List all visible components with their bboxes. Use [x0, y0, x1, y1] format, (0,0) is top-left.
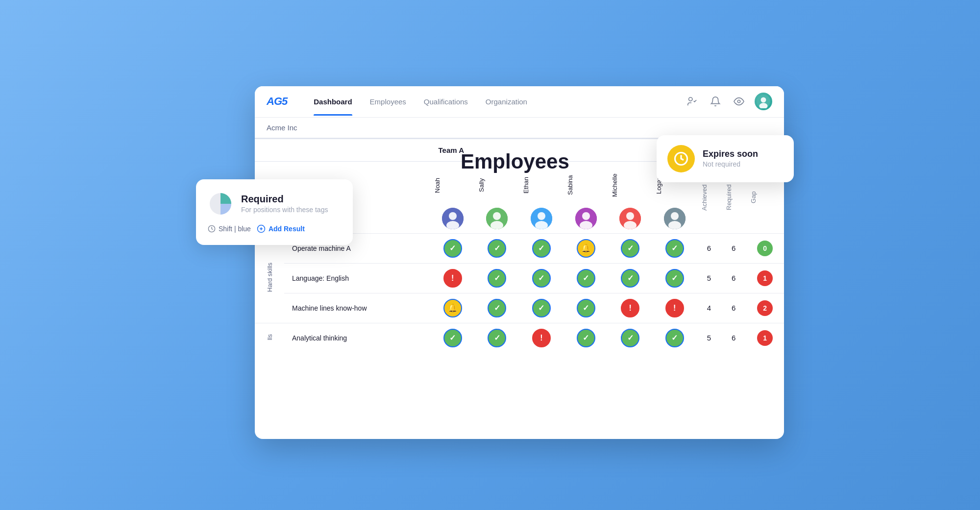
- svg-point-1: [737, 100, 740, 103]
- employees-page-title: Employees: [461, 150, 569, 173]
- user-switch-icon[interactable]: [684, 94, 700, 109]
- navbar: AG5 Dashboard Employees Qualifications O…: [255, 86, 784, 118]
- skill-name-machine-lines: Machine lines know-how: [284, 293, 431, 323]
- achieved-language: 5: [697, 263, 721, 293]
- logo[interactable]: AG5: [267, 95, 287, 108]
- achieved-operate: 6: [697, 233, 721, 263]
- status-sabina-operate[interactable]: 🔔: [564, 233, 608, 263]
- nav-link-organization[interactable]: Organization: [477, 88, 536, 116]
- required-machine: 6: [721, 293, 746, 323]
- status-logan-analytical[interactable]: ✓: [652, 323, 697, 353]
- employee-name-noah: Noah: [434, 166, 441, 205]
- required-operate: 6: [721, 233, 746, 263]
- gap-operate: 0: [746, 233, 784, 263]
- eye-icon[interactable]: [731, 94, 747, 109]
- svg-point-15: [582, 212, 590, 220]
- clock-icon: [667, 145, 695, 172]
- avatar-sally: [486, 208, 508, 229]
- nav-links: Dashboard Employees Qualifications Organ…: [305, 88, 684, 116]
- bell-icon[interactable]: [708, 94, 723, 109]
- status-noah-language[interactable]: !: [431, 263, 475, 293]
- svg-point-18: [626, 212, 634, 220]
- status-noah-analytical[interactable]: ✓: [431, 323, 475, 353]
- status-noah-machine[interactable]: 🔔: [431, 293, 475, 323]
- gap-machine: 2: [746, 293, 784, 323]
- expires-subtitle: Not required: [703, 160, 758, 168]
- nav-link-employees[interactable]: Employees: [361, 88, 415, 116]
- status-logan-operate[interactable]: ✓: [652, 233, 697, 263]
- table-row: Machine lines know-how 🔔 ✓ ✓ ✓: [255, 293, 784, 323]
- status-michelle-analytical[interactable]: ✓: [608, 323, 653, 353]
- svg-point-0: [689, 97, 692, 101]
- status-ethan-analytical[interactable]: !: [519, 323, 564, 353]
- required-card-header: Required For positions with these tags: [208, 191, 341, 217]
- achieved-machine: 4: [697, 293, 721, 323]
- required-card-text: Required For positions with these tags: [241, 194, 328, 214]
- achieved-analytical: 5: [697, 323, 721, 353]
- required-tags: Shift | blue Add Result: [208, 224, 341, 233]
- svg-point-12: [538, 212, 545, 220]
- required-title: Required: [241, 194, 328, 205]
- employee-name-michelle: Michelle: [611, 166, 618, 205]
- status-sabina-machine[interactable]: ✓: [564, 293, 608, 323]
- pie-chart-icon: [208, 191, 233, 217]
- status-ethan-machine[interactable]: ✓: [519, 293, 564, 323]
- nav-link-qualifications[interactable]: Qualifications: [415, 88, 477, 116]
- avatar-logan: [664, 208, 686, 229]
- status-sally-operate[interactable]: ✓: [475, 233, 519, 263]
- add-result-button[interactable]: Add Result: [257, 224, 305, 233]
- avatar-sabina: [575, 208, 597, 229]
- status-michelle-operate[interactable]: ✓: [608, 233, 653, 263]
- tag-shift-blue: Shift | blue: [208, 225, 251, 233]
- category-hard-skills: Hard skills: [255, 233, 284, 323]
- status-sally-language[interactable]: ✓: [475, 263, 519, 293]
- required-language: 6: [721, 263, 746, 293]
- svg-point-6: [449, 212, 457, 220]
- status-ethan-language[interactable]: ✓: [519, 263, 564, 293]
- gap-analytical: 1: [746, 323, 784, 353]
- status-michelle-machine[interactable]: !: [608, 293, 653, 323]
- avatar-michelle: [619, 208, 641, 229]
- status-sally-machine[interactable]: ✓: [475, 293, 519, 323]
- svg-point-9: [493, 212, 501, 220]
- status-ethan-operate[interactable]: ✓: [519, 233, 564, 263]
- svg-point-3: [761, 97, 766, 102]
- avatar-noah: [442, 208, 464, 229]
- status-michelle-language[interactable]: ✓: [608, 263, 653, 293]
- skill-name-language: Language: English: [284, 263, 431, 293]
- table-row: lls Analytical thinking ✓ ✓ !: [255, 323, 784, 353]
- status-logan-language[interactable]: ✓: [652, 263, 697, 293]
- gap-language: 1: [746, 263, 784, 293]
- table-row: Language: English ! ✓ ✓ ✓: [255, 263, 784, 293]
- nav-icons: [684, 93, 772, 110]
- status-noah-operate[interactable]: ✓: [431, 233, 475, 263]
- employee-col-michelle: Michelle: [608, 161, 653, 233]
- required-analytical: 6: [721, 323, 746, 353]
- status-sabina-language[interactable]: ✓: [564, 263, 608, 293]
- expires-title: Expires soon: [703, 149, 758, 159]
- status-sabina-analytical[interactable]: ✓: [564, 323, 608, 353]
- status-logan-machine[interactable]: !: [652, 293, 697, 323]
- skill-name-analytical: Analytical thinking: [284, 323, 431, 353]
- expires-card-text: Expires soon Not required: [703, 149, 758, 168]
- avatar-ethan: [531, 208, 552, 229]
- nav-link-dashboard[interactable]: Dashboard: [305, 88, 361, 116]
- expires-card: Expires soon Not required: [657, 135, 794, 182]
- user-avatar[interactable]: [755, 93, 772, 110]
- category-lls: lls: [255, 323, 284, 353]
- required-card: Required For positions with these tags S…: [196, 179, 353, 245]
- status-sally-analytical[interactable]: ✓: [475, 323, 519, 353]
- required-subtitle: For positions with these tags: [241, 206, 328, 214]
- svg-point-21: [671, 212, 679, 220]
- employee-col-sabina: Sabina: [564, 161, 608, 233]
